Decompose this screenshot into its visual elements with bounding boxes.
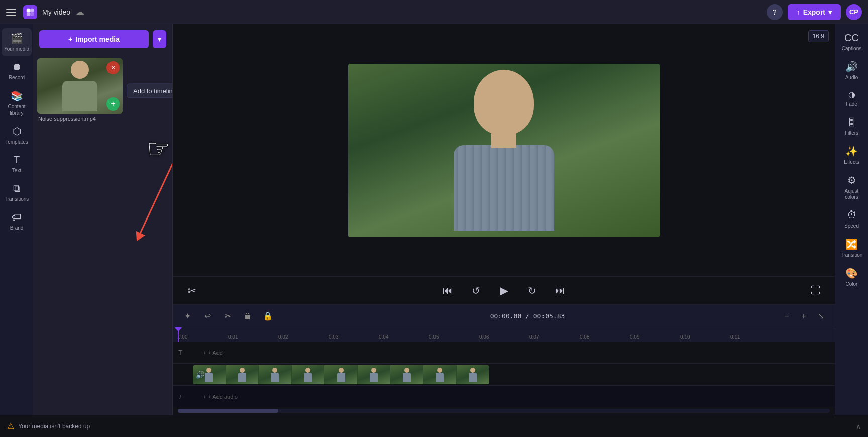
status-chevron-icon[interactable]: ∧ [856,422,861,430]
add-text-button[interactable]: + + Add [203,350,223,356]
expand-timeline-button[interactable]: ⤡ [814,309,828,323]
clip-frame [324,365,358,384]
preview-head [474,70,534,135]
sidebar-item-speed[interactable]: ⏱ Speed [837,205,867,233]
video-title[interactable]: My video [42,8,70,16]
clip-frame [390,365,423,384]
sidebar-item-text[interactable]: T Text [2,150,32,178]
text-icon: T [14,154,20,166]
captions-icon: CC [844,32,859,44]
media-panel-header: + Import media ▾ [33,24,172,54]
sidebar-item-label-templates: Templates [5,139,28,145]
hamburger-menu[interactable] [6,6,18,18]
video-clip[interactable]: 🔊 [193,365,489,384]
forward-button[interactable]: ↻ [523,282,541,300]
timeline-area: ✦ ↩ ✂ 🗑 🔒 00:00.00 / 00:05.83 − + ⤡ 0:00… [173,304,835,415]
timeline-scrollbar-thumb[interactable] [178,409,278,413]
sidebar-item-audio[interactable]: 🔊 Audio [837,57,867,85]
sidebar-item-adjust-colors[interactable]: ⚙ Adjust colors [837,170,867,204]
zoom-in-button[interactable]: + [797,309,811,323]
sidebar-item-record[interactable]: ⏺ Record [2,57,32,85]
skip-end-button[interactable]: ⏭ [551,282,569,300]
templates-icon: ⬡ [13,125,21,137]
your-media-icon: 🎬 [11,32,23,44]
sidebar-item-captions[interactable]: CC Captions [837,28,867,56]
media-delete-button[interactable]: ✕ [106,61,120,74]
help-button[interactable]: ? [767,4,783,20]
cut-button[interactable]: ✂ [220,309,235,324]
fullscreen-button[interactable]: ⛶ [807,282,825,300]
svg-rect-0 [27,8,30,12]
import-dropdown-button[interactable]: ▾ [153,30,166,48]
filters-icon: 🎛 [847,117,857,128]
sidebar-item-transitions[interactable]: ⧉ Transitions [2,179,32,206]
right-sidebar: CC Captions 🔊 Audio ◑ Fade 🎛 Filters ✨ E… [835,24,868,415]
sidebar-item-templates[interactable]: ⬡ Templates [2,121,32,149]
add-audio-icon: + [203,394,206,400]
media-filename: Noise suppression.mp4 [37,114,123,124]
ruler-mark-7: 0:07 [529,334,539,340]
topbar: My video ☁ ? ↑ Export ▾ CP [0,0,868,24]
sidebar-item-fade[interactable]: ◑ Fade [837,86,867,112]
sidebar-item-label-speed: Speed [844,223,859,229]
sidebar-item-your-media[interactable]: 🎬 Your media [2,28,32,56]
status-bar: ⚠ Your media isn't backed up ∧ [0,415,868,437]
sidebar-item-color[interactable]: 🎨 Color [837,263,867,291]
transitions-icon: ⧉ [13,183,20,194]
list-item[interactable]: ✕ + Noise suppression.mp4 Add to timelin… [37,58,123,124]
svg-rect-3 [30,12,34,16]
person-body [62,81,97,111]
clip-frames [193,365,489,384]
import-icon: + [68,35,72,43]
select-tool-button[interactable]: ✦ [180,309,195,324]
sidebar-item-label-record: Record [9,75,25,81]
rewind-button[interactable]: ↺ [467,282,485,300]
hand-cursor-icon: ☞ [147,134,170,163]
red-arrow [138,163,172,237]
media-add-button[interactable]: + [106,97,120,111]
crop-control-button[interactable]: ✂ [183,282,201,300]
timeline-scrollbar[interactable] [178,409,830,413]
sidebar-item-content-library[interactable]: 📚 Content library [2,86,32,120]
color-icon: 🎨 [845,267,858,279]
sidebar-item-brand-kit[interactable]: 🏷 Brand [2,207,32,235]
video-track: 🔊 [173,364,835,386]
sidebar-item-label-brand: Brand [10,225,24,231]
skip-start-button[interactable]: ⏮ [439,282,457,300]
playhead-diamond [175,327,182,331]
zoom-out-button[interactable]: − [780,309,794,323]
video-preview [348,64,660,237]
speed-icon: ⏱ [847,209,857,221]
sidebar-item-filters[interactable]: 🎛 Filters [837,113,867,140]
timeline-tracks: T + + Add 🔊 [173,342,835,407]
export-button[interactable]: ↑ Export ▾ [788,4,841,20]
playback-controls: ✂ ⏮ ↺ ▶ ↻ ⏭ ⛶ [173,276,835,304]
preview-person [444,70,564,231]
play-button[interactable]: ▶ [495,282,513,300]
aspect-ratio-badge[interactable]: 16:9 [808,30,829,42]
sidebar-item-label-effects: Effects [844,159,859,165]
sidebar-item-transition[interactable]: 🔀 Transition [837,234,867,262]
playhead [178,327,179,342]
audio-track: ♪ + + Add audio [173,386,835,407]
timeline-ruler: 0:00 0:01 0:02 0:03 0:04 0:05 0:06 0:07 … [173,327,835,342]
preview-body [454,145,554,231]
center-column: 16:9 ✂ ⏮ ↺ ▶ ↻ ⏭ ⛶ ✦ ↩ ✂ 🗑 🔒 00:00. [173,24,835,415]
account-avatar[interactable]: CP [846,4,862,20]
audio-track-label: ♪ [173,393,188,400]
delete-button[interactable]: 🗑 [240,309,255,324]
sidebar-item-label-your-media: Your media [4,46,29,52]
undo-button[interactable]: ↩ [200,309,215,324]
audio-track-content: + + Add audio [188,386,835,407]
add-audio-button[interactable]: + + Add audio [203,394,238,400]
export-icon: ↑ [797,8,800,16]
import-media-button[interactable]: + Import media [39,30,149,48]
lock-button[interactable]: 🔒 [260,309,275,324]
add-text-icon: + [203,350,206,356]
fade-icon: ◑ [848,90,855,99]
sidebar-item-label-fade: Fade [846,101,857,107]
video-preview-inner [348,64,660,237]
transition-icon: 🔀 [845,238,858,250]
sidebar-item-effects[interactable]: ✨ Effects [837,141,867,169]
text-track: T + + Add [173,342,835,364]
